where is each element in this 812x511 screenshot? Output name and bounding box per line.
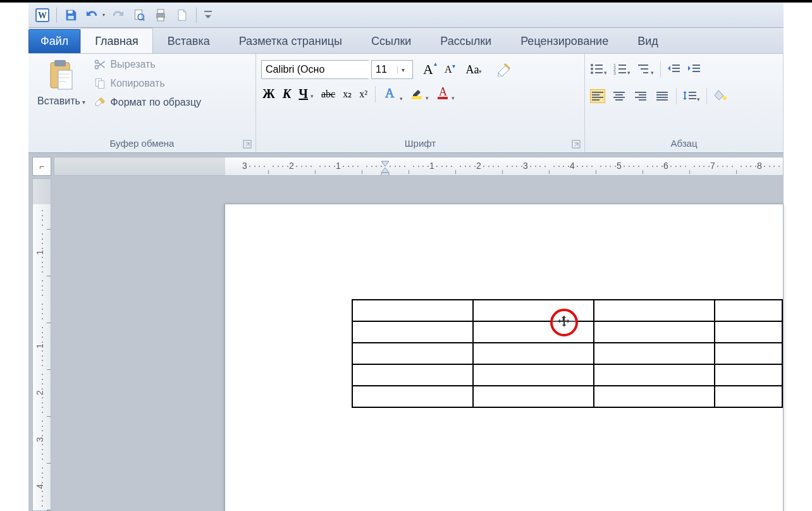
grow-font-icon[interactable]: A▴: [423, 61, 433, 78]
svg-rect-44: [592, 92, 603, 93]
table-row[interactable]: [352, 386, 782, 407]
copy-label: Копировать: [111, 78, 165, 89]
dialog-launcher-icon[interactable]: [243, 140, 252, 149]
customize-qat-icon[interactable]: [202, 6, 214, 24]
strikethrough-button[interactable]: abc: [321, 89, 335, 100]
format-painter-button[interactable]: Формат по образцу: [93, 95, 201, 109]
redo-icon[interactable]: [109, 6, 126, 24]
align-right-icon[interactable]: [633, 89, 648, 103]
separator: [676, 88, 677, 104]
align-left-icon[interactable]: [590, 89, 605, 103]
svg-rect-59: [656, 99, 668, 101]
scissors-icon: [93, 58, 107, 71]
svg-rect-11: [54, 60, 66, 66]
vertical-ruler[interactable]: 11234: [32, 178, 51, 511]
table-row[interactable]: [352, 364, 782, 386]
document-page[interactable]: [225, 204, 784, 511]
word-app-icon[interactable]: W: [34, 6, 51, 24]
group-paragraph: ▾ 123▾ ▾ ▾: [585, 54, 784, 152]
undo-icon[interactable]: [83, 6, 101, 24]
ribbon-tabs: Файл Главная Вставка Разметка страницы С…: [28, 28, 784, 53]
shrink-font-icon[interactable]: A▾: [445, 64, 452, 75]
move-cursor-icon: [550, 309, 578, 336]
subscript-button[interactable]: x₂: [343, 88, 352, 100]
group-label-clipboard: Буфер обмена: [28, 135, 255, 152]
svg-rect-41: [692, 65, 700, 66]
dialog-launcher-icon[interactable]: [572, 140, 581, 149]
bold-button[interactable]: Ж: [262, 87, 275, 101]
font-color-icon[interactable]: A▾: [436, 86, 455, 102]
svg-rect-43: [692, 71, 700, 72]
svg-rect-32: [618, 68, 626, 70]
svg-rect-16: [98, 81, 104, 89]
horizontal-ruler[interactable]: 321123456789: [54, 157, 784, 176]
svg-point-27: [591, 71, 593, 74]
svg-rect-30: [618, 65, 626, 66]
font-name-combo[interactable]: ▾: [261, 60, 369, 79]
tab-file[interactable]: Файл: [28, 29, 80, 54]
svg-rect-38: [672, 65, 680, 66]
separator: [375, 86, 376, 102]
separator: [660, 61, 661, 78]
undo-dropdown-icon[interactable]: ▾: [102, 12, 105, 18]
highlight-icon[interactable]: ▾: [410, 86, 429, 102]
copy-icon: [93, 77, 107, 90]
cut-button[interactable]: Вырезать: [93, 58, 201, 71]
copy-button[interactable]: Копировать: [93, 77, 201, 90]
ruler-corner-icon[interactable]: ⌐: [32, 157, 51, 176]
align-center-icon[interactable]: [612, 89, 627, 103]
italic-button[interactable]: К: [283, 87, 292, 101]
indent-marker-icon[interactable]: [381, 157, 390, 176]
print-preview-icon[interactable]: [130, 6, 148, 24]
svg-rect-57: [656, 94, 668, 95]
svg-rect-19: [412, 96, 422, 99]
save-icon[interactable]: [62, 6, 80, 24]
tab-review[interactable]: Рецензирование: [506, 28, 623, 54]
numbering-icon[interactable]: 123▾: [613, 63, 631, 77]
bullets-icon[interactable]: ▾: [590, 63, 607, 77]
increase-indent-icon[interactable]: [687, 63, 701, 77]
chevron-down-icon[interactable]: ▾: [397, 66, 409, 73]
svg-rect-53: [639, 94, 646, 95]
tab-references[interactable]: Ссылки: [357, 28, 426, 54]
tab-view[interactable]: Вид: [623, 28, 673, 54]
format-painter-label: Формат по образцу: [111, 97, 201, 108]
table-row[interactable]: [352, 343, 782, 364]
decrease-indent-icon[interactable]: [667, 63, 681, 77]
line-spacing-icon[interactable]: ▾: [683, 90, 700, 103]
svg-rect-47: [592, 99, 600, 101]
superscript-button[interactable]: x²: [359, 89, 367, 100]
separator: [196, 8, 197, 23]
group-clipboard: Вставить Вырезать Копировать Формат по о…: [28, 54, 256, 152]
tab-home[interactable]: Главная: [80, 28, 153, 54]
tab-mailings[interactable]: Рассылки: [426, 28, 506, 54]
svg-rect-22: [572, 140, 580, 148]
font-size-input[interactable]: [372, 61, 397, 78]
svg-text:A: A: [385, 86, 395, 100]
svg-rect-45: [592, 94, 600, 95]
font-size-combo[interactable]: ▾: [371, 60, 413, 79]
svg-rect-50: [613, 97, 625, 98]
cut-label: Вырезать: [111, 59, 156, 70]
svg-rect-24: [595, 65, 603, 66]
svg-point-23: [591, 64, 593, 66]
tab-page-layout[interactable]: Разметка страницы: [225, 28, 357, 54]
separator: [706, 88, 707, 104]
paste-button[interactable]: Вставить: [34, 58, 89, 108]
svg-rect-60: [689, 92, 696, 93]
quick-print-icon[interactable]: [152, 6, 169, 24]
shading-icon[interactable]: [713, 89, 727, 104]
clear-formatting-icon[interactable]: [496, 61, 512, 78]
tab-insert[interactable]: Вставка: [153, 28, 225, 54]
brush-icon: [93, 95, 107, 109]
align-justify-icon[interactable]: [655, 89, 670, 103]
new-document-icon[interactable]: [173, 6, 191, 24]
underline-button[interactable]: Ч ▾: [298, 87, 314, 101]
change-case-icon[interactable]: Aa▾: [465, 63, 482, 77]
multilevel-list-icon[interactable]: ▾: [637, 63, 654, 77]
group-label-font: Шрифт: [256, 135, 584, 152]
svg-rect-17: [243, 140, 251, 148]
separator: [56, 8, 57, 23]
svg-rect-7: [157, 9, 164, 13]
text-effects-icon[interactable]: A▾: [383, 85, 403, 102]
